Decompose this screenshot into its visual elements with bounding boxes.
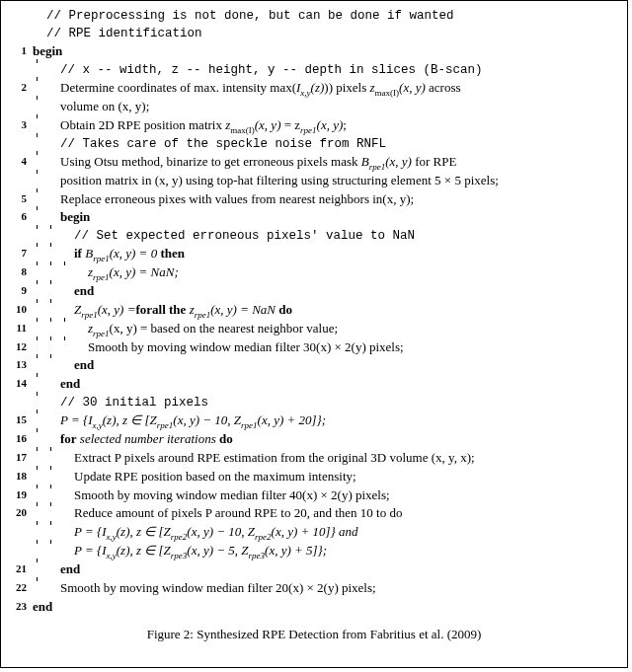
- algorithm-figure: // Preprocessing is not done, but can be…: [0, 0, 628, 668]
- step-text: position matrix in (x, y) using top-hat …: [60, 172, 499, 190]
- code-line: P = {Ix,y(z), z ∈ [Zrpe3(x, y) − 5, Zrpe…: [9, 542, 619, 560]
- step-text: P = {Ix,y(z), z ∈ [Zrpe1(x, y) − 10, Zrp…: [60, 411, 326, 430]
- step-text: Obtain 2D RPE position matrix zmax(I)(x,…: [60, 116, 347, 135]
- comment: // Takes care of the speckle noise from …: [60, 135, 386, 153]
- keyword-begin: begin: [60, 208, 90, 227]
- step-text: Smooth by moving window median filter 40…: [74, 486, 390, 505]
- code-line: 10Zrpe1(x, y) =forall the zrpe1(x, y) = …: [9, 301, 619, 320]
- code-line: 19Smooth by moving window median filter …: [9, 486, 619, 505]
- code-line: 7if Brpe1(x, y) = 0 then: [9, 245, 619, 263]
- keyword-end: end: [74, 356, 94, 375]
- code-line: 8zrpe1(x, y) = NaN;: [9, 263, 619, 282]
- code-line: 15P = {Ix,y(z), z ∈ [Zrpe1(x, y) − 10, Z…: [9, 411, 619, 430]
- step-text: Using Otsu method, binarize to get erron…: [60, 153, 456, 172]
- code-line: 3Obtain 2D RPE position matrix zmax(I)(x…: [9, 116, 619, 135]
- code-line: 5Replace erroneous pixes with values fro…: [9, 190, 619, 209]
- code-line: 22Smooth by moving window median filter …: [9, 579, 619, 598]
- step-text: P = {Ix,y(z), z ∈ [Zrpe2(x, y) − 10, Zrp…: [74, 523, 358, 542]
- step-text: P = {Ix,y(z), z ∈ [Zrpe3(x, y) − 5, Zrpe…: [74, 542, 327, 560]
- comment: // x -- width, z -- height, y -- depth i…: [60, 61, 483, 79]
- code-line: volume on (x, y);: [9, 98, 619, 116]
- keyword-end: end: [60, 375, 80, 394]
- step-text: Determine coordinates of max. intensity …: [60, 79, 461, 98]
- comment-line: // 30 initial pixels: [9, 394, 619, 411]
- code-line: 4Using Otsu method, binarize to get erro…: [9, 153, 619, 172]
- comment-line: // RPE identification: [9, 25, 619, 42]
- step-text: Reduce amount of pixels P around RPE to …: [74, 504, 402, 523]
- step-text: zrpe1(x, y) = NaN;: [88, 263, 179, 282]
- figure-caption: Figure 2: Synthesized RPE Detection from…: [9, 627, 619, 642]
- comment: // Set expected erroneous pixels' value …: [74, 227, 415, 245]
- code-line: 16for selected number iterations do: [9, 430, 619, 449]
- step-text: Smooth by moving window median filter 30…: [88, 338, 404, 357]
- step-text: Extract P pixels around RPE estimation f…: [74, 449, 475, 468]
- keyword-end: end: [33, 598, 52, 617]
- code-line: 20Reduce amount of pixels P around RPE t…: [9, 504, 619, 523]
- code-line: 14end: [9, 375, 619, 394]
- code-line: 6begin: [9, 208, 619, 227]
- step-text: Smooth by moving window median filter 20…: [60, 579, 376, 598]
- step-text: if Brpe1(x, y) = 0 then: [74, 245, 185, 263]
- code-line: 23end: [9, 598, 619, 617]
- code-line: 12Smooth by moving window median filter …: [9, 338, 619, 357]
- code-line: position matrix in (x, y) using top-hat …: [9, 172, 619, 190]
- code-line: 13end: [9, 356, 619, 375]
- code-line: 1begin: [9, 42, 619, 61]
- code-line: 17Extract P pixels around RPE estimation…: [9, 449, 619, 468]
- comment-line: // Set expected erroneous pixels' value …: [9, 227, 619, 245]
- code-line: 18Update RPE position based on the maxim…: [9, 468, 619, 486]
- code-line: 11zrpe1(x, y) = based on the nearest nei…: [9, 320, 619, 338]
- comment: // 30 initial pixels: [60, 394, 208, 411]
- step-text: zrpe1(x, y) = based on the nearest neigh…: [88, 320, 338, 338]
- comment: // Preprocessing is not done, but can be…: [46, 7, 454, 25]
- step-text: for selected number iterations do: [60, 430, 233, 449]
- step-text: volume on (x, y);: [60, 98, 149, 116]
- comment-line: // Takes care of the speckle noise from …: [9, 135, 619, 153]
- comment-line: // x -- width, z -- height, y -- depth i…: [9, 61, 619, 79]
- keyword-end: end: [74, 282, 94, 301]
- comment-line: // Preprocessing is not done, but can be…: [9, 7, 619, 25]
- step-text: Replace erroneous pixes with values from…: [60, 190, 414, 209]
- keyword-end: end: [60, 560, 80, 579]
- step-text: Update RPE position based on the maximum…: [74, 468, 356, 486]
- comment: // RPE identification: [46, 25, 202, 42]
- code-line: 2Determine coordinates of max. intensity…: [9, 79, 619, 98]
- code-line: P = {Ix,y(z), z ∈ [Zrpe2(x, y) − 10, Zrp…: [9, 523, 619, 542]
- code-line: 21end: [9, 560, 619, 579]
- step-text: Zrpe1(x, y) =forall the zrpe1(x, y) = Na…: [74, 301, 292, 320]
- code-line: 9end: [9, 282, 619, 301]
